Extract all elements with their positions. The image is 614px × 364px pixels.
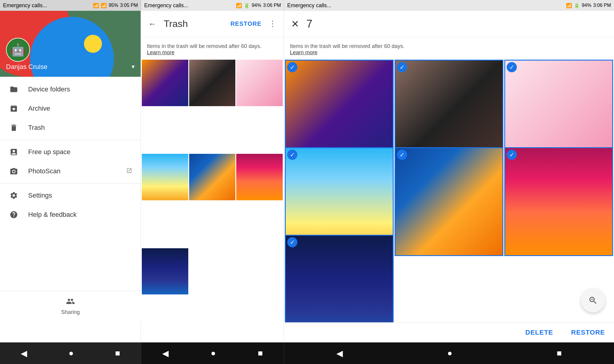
device-folders-label: Device folders [28,85,70,93]
zoom-fab-button[interactable] [581,288,605,312]
trash-header: ← Trash RESTORE ⋮ [141,11,284,37]
trash-info: Items in the trash will be removed after… [141,37,284,59]
sidebar-item-trash[interactable]: Trash [0,118,141,137]
trash-photo-2[interactable] [189,60,236,106]
bottom-nav-right: ◀ ● ■ [284,342,614,364]
wifi-icon-2: 📶 [236,3,242,8]
menu-divider-2 [0,183,141,183]
selection-info-text: Items in the trash will be removed after… [290,43,404,49]
time-2: 3:06 PM [263,3,281,8]
help-icon [8,210,19,219]
status-icons-2: 📶 🔋 94% 3:06 PM [236,3,281,8]
selection-learn-more-link[interactable]: Learn more [290,49,317,55]
battery-text-1: 95% [109,3,118,8]
selection-photo-6[interactable]: ✓ [504,147,613,256]
sidebar-item-archive[interactable]: Archive [0,99,141,118]
selection-panel: ✕ 7 Items in the trash will be removed a… [284,11,614,342]
trash-photo-7[interactable] [142,248,188,295]
trash-photo-6[interactable] [236,154,283,200]
status-bar-3: Emergency calls... 📶 🔋 94% 3:06 PM [284,0,614,11]
home-nav-button-mid[interactable]: ● [205,345,222,361]
main-content: 🤖 Danjas Cruise ▾ Device folders Archive [0,11,614,342]
recents-nav-button-mid[interactable]: ■ [252,345,269,361]
delete-button[interactable]: Delete [525,329,553,336]
trash-icon [8,124,19,132]
android-icon: 🤖 [10,43,25,57]
bottom-nav-mid: ◀ ● ■ [141,342,284,364]
emergency-text-2: Emergency calls... [144,2,188,9]
emergency-text-1: Emergency calls... [3,2,47,9]
wifi-icon-1: 📶 [93,3,99,8]
selection-footer: Delete Restore [284,322,614,342]
bottom-bars: ◀ ● ■ ◀ ● ■ ◀ ● ■ [0,342,614,364]
trash-label: Trash [28,124,45,132]
back-nav-button-right[interactable]: ◀ [330,345,349,361]
status-icons-1: 📶 📶 95% 3:05 PM [93,3,138,8]
header-circle-yellow [84,35,102,53]
trash-title: Trash [164,18,226,29]
avatar: 🤖 [6,38,30,62]
time-1: 3:05 PM [120,3,138,8]
trash-photo-4[interactable] [142,154,188,200]
trash-photo-grid [141,59,284,342]
drawer-panel: 🤖 Danjas Cruise ▾ Device folders Archive [0,11,141,342]
status-bars: Emergency calls... 📶 📶 95% 3:05 PM Emerg… [0,0,614,11]
archive-icon [8,104,19,113]
sharing-icon [66,297,75,308]
back-nav-button-left[interactable]: ◀ [15,345,33,361]
menu-divider-1 [0,140,141,140]
restore-all-button[interactable]: Restore [571,329,605,336]
trash-photo-3[interactable] [236,60,283,106]
sharing-label: Sharing [61,309,80,315]
settings-label: Settings [28,192,52,199]
check-badge-6: ✓ [507,150,517,160]
settings-icon [8,191,19,200]
check-badge-5: ✓ [397,150,407,160]
check-badge-4: ✓ [287,150,297,160]
sidebar-item-settings[interactable]: Settings [0,186,141,205]
back-nav-button-mid[interactable]: ◀ [156,345,175,361]
battery-icon-2: 🔋 [244,3,250,8]
battery-text-3: 94% [582,3,591,8]
trash-photo-1[interactable] [142,60,188,106]
drawer-header: 🤖 Danjas Cruise ▾ [0,11,141,77]
check-badge-1: ✓ [287,62,297,72]
status-bar-1: Emergency calls... 📶 📶 95% 3:05 PM [0,0,141,11]
wifi-icon-3: 📶 [566,3,572,8]
check-badge-7: ✓ [287,237,297,247]
check-badge-3: ✓ [507,62,517,72]
help-label: Help & feedback [28,211,76,219]
sidebar-item-photoscan[interactable]: PhotoScan [0,162,141,181]
trash-photo-5[interactable] [189,154,236,200]
user-name: Danjas Cruise [6,63,47,71]
learn-more-link[interactable]: Learn more [147,49,174,55]
battery-text-2: 94% [252,3,261,8]
status-icons-3: 📶 🔋 94% 3:06 PM [566,3,611,8]
more-options-button[interactable]: ⋮ [266,19,279,28]
selection-photo-grid: ✓ ✓ ✓ ✓ ✓ ✓ ✓ [284,59,614,322]
home-nav-button-left[interactable]: ● [63,345,80,361]
sidebar-item-device-folders[interactable]: Device folders [0,80,141,99]
selection-photo-5[interactable]: ✓ [395,147,503,256]
selection-photo-7[interactable]: ✓ [285,235,394,322]
archive-label: Archive [28,105,50,112]
dropdown-arrow-icon[interactable]: ▾ [132,63,135,70]
sidebar-item-free-up-space[interactable]: Free up space [0,142,141,162]
back-button[interactable]: ← [146,17,159,31]
sharing-area[interactable]: Sharing [0,291,141,321]
check-badge-2: ✓ [397,62,407,72]
close-selection-button[interactable]: ✕ [289,16,302,32]
home-nav-button-right[interactable]: ● [441,345,458,361]
folder-icon [8,85,19,94]
selection-header: ✕ 7 [284,11,614,37]
sidebar-item-help[interactable]: Help & feedback [0,205,141,224]
battery-icon-3: 🔋 [574,3,580,8]
restore-button[interactable]: RESTORE [231,20,261,27]
emergency-text-3: Emergency calls... [287,2,331,9]
selection-count: 7 [306,18,609,30]
status-bar-2: Emergency calls... 📶 🔋 94% 3:06 PM [141,0,284,11]
selection-info: Items in the trash will be removed after… [284,37,614,59]
recents-nav-button-right[interactable]: ■ [551,345,568,361]
recents-nav-button-left[interactable]: ■ [109,345,126,361]
free-up-space-icon [8,148,19,156]
